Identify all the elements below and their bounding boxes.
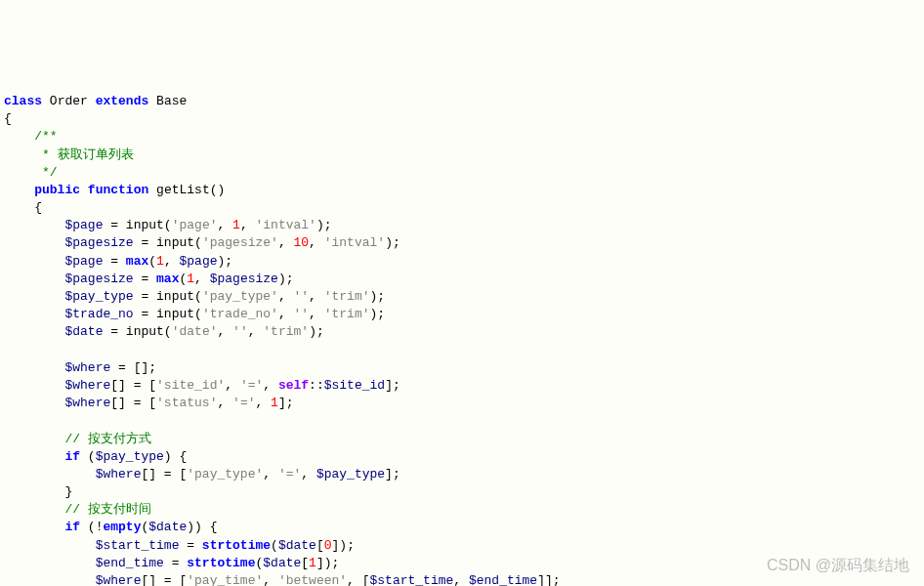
code-line: if ($pay_type) { [4,449,187,464]
code-line: $where[] = ['site_id', '=', self::$site_… [4,378,400,393]
code-line: $end_time = strtotime($date[1]); [4,556,339,570]
code-line: $pagesize = input('pagesize', 10, 'intva… [4,235,400,250]
code-line: { [4,200,42,215]
code-line: $trade_no = input('trade_no', '', 'trim'… [4,307,385,321]
code-line: * 获取订单列表 [4,147,134,162]
code-line: if (!empty($date)) { [4,520,218,534]
code-line: // 按支付时间 [4,502,151,517]
code-line: // 按支付方式 [4,432,151,446]
code-line: { [4,111,12,126]
code-line: $date = input('date', '', 'trim'); [4,324,324,339]
code-line: $where = []; [4,360,156,375]
code-block: class Order extends Base { /** * 获取订单列表 … [0,71,924,586]
code-line: $pay_type = input('pay_type', '', 'trim'… [4,289,385,304]
code-line: $where[] = ['pay_time', 'between', [$sta… [4,573,561,586]
code-line: /** [4,129,58,144]
code-line: $page = max(1, $page); [4,254,232,269]
watermark: CSDN @源码集结地 [767,555,909,576]
code-line: } [4,484,72,499]
code-line: $pagesize = max(1, $pagesize); [4,272,294,286]
code-line: $where[] = ['status', '=', 1]; [4,396,294,410]
code-line: public function getList() [4,183,225,197]
code-line: $page = input('page', 1, 'intval'); [4,218,332,232]
code-line: $where[] = ['pay_type', '=', $pay_type]; [4,467,400,481]
code-line: */ [4,165,58,180]
code-line: class Order extends Base [4,94,187,108]
code-line: $start_time = strtotime($date[0]); [4,538,355,553]
